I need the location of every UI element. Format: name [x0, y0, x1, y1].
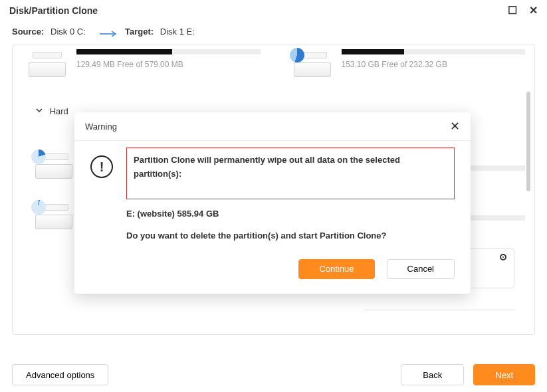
- cancel-button[interactable]: Cancel: [387, 259, 455, 279]
- dialog-title: Warning: [85, 122, 117, 132]
- dialog-close-icon[interactable]: ✕: [450, 120, 460, 132]
- dialog-question: Do you want to delete the partition(s) a…: [126, 231, 455, 241]
- dialog-partition: E: (website) 585.94 GB: [126, 209, 455, 219]
- warning-icon: !: [90, 155, 113, 178]
- dialog-message: Partition Clone will permanently wipe ou…: [134, 153, 447, 181]
- modal-overlay: Warning ✕ ! Partition Clone will permane…: [0, 0, 547, 392]
- warning-dialog: Warning ✕ ! Partition Clone will permane…: [74, 112, 471, 294]
- highlight-box: Partition Clone will permanently wipe ou…: [126, 147, 455, 199]
- continue-button[interactable]: Continue: [298, 259, 374, 279]
